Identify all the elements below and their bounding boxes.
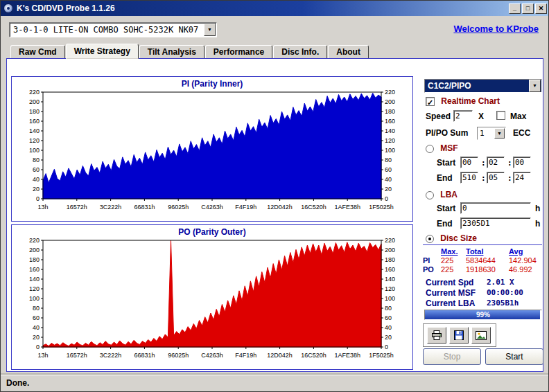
msf-end-sec[interactable]: [487, 172, 505, 184]
chevron-down-icon[interactable]: ▼: [494, 128, 505, 139]
svg-text:60: 60: [385, 314, 392, 321]
image-icon: [476, 331, 487, 340]
svg-text:F4F19h: F4F19h: [235, 204, 256, 211]
svg-text:200: 200: [29, 98, 40, 105]
msf-start-sec[interactable]: [487, 157, 505, 168]
svg-text:180: 180: [385, 256, 395, 263]
current-msf-label: Current MSF: [426, 288, 476, 298]
tab-write-strategy[interactable]: Write Strategy: [66, 44, 139, 59]
svg-text:F4F19h: F4F19h: [235, 352, 256, 359]
lba-start-unit: h: [535, 204, 540, 213]
svg-text:16C520h: 16C520h: [301, 352, 326, 359]
app-icon: [3, 3, 13, 13]
svg-text:100: 100: [29, 295, 40, 302]
svg-text:220: 220: [385, 89, 395, 96]
tab-tilt-analysis[interactable]: Tilt Analysis: [139, 45, 204, 59]
title-bar[interactable]: K's CD/DVD Probe 1.1.26 _ □ ✕: [1, 1, 549, 16]
msf-end-frame[interactable]: [513, 172, 531, 184]
svg-text:140: 140: [29, 127, 40, 134]
disc-size-radio[interactable]: [426, 235, 434, 243]
svg-text:0: 0: [385, 195, 388, 202]
status-text: Done.: [6, 378, 29, 388]
stats-pi-total: 5834644: [466, 256, 509, 265]
svg-text:40: 40: [385, 324, 392, 331]
msf-start-min[interactable]: [460, 157, 478, 168]
svg-text:0: 0: [385, 344, 388, 350]
chevron-down-icon[interactable]: ▼: [529, 80, 541, 92]
check-icon: ✓: [427, 98, 433, 107]
welcome-link[interactable]: Welcome to KProbe: [453, 24, 539, 34]
mode-select-value: C1C2/PIPO: [425, 81, 529, 91]
svg-text:120: 120: [385, 137, 395, 144]
svg-text:140: 140: [29, 276, 40, 283]
lba-start-label: Start: [437, 204, 455, 213]
colon-separator: :: [481, 159, 486, 168]
tab-disc-info[interactable]: Disc Info.: [273, 45, 327, 59]
tab-page: PI (Parity Inner) 0020204040606080801001…: [6, 58, 543, 372]
lba-start-input[interactable]: [460, 202, 531, 214]
stats-po-max: 225: [441, 265, 466, 274]
window-title: K's CD/DVD Probe 1.1.26: [17, 3, 115, 13]
chevron-down-icon[interactable]: ▼: [204, 24, 216, 36]
stats-po-avg: 46.992: [509, 265, 542, 274]
pipo-sum-value: 1: [478, 129, 494, 138]
colon-separator: :: [507, 174, 512, 183]
mode-select[interactable]: C1C2/PIPO ▼: [424, 79, 542, 93]
progress-bar: 99%: [424, 310, 542, 320]
tab-raw-cmd[interactable]: Raw Cmd: [10, 45, 65, 59]
status-bar: Done.: [1, 375, 549, 392]
svg-text:100: 100: [29, 147, 40, 154]
svg-text:12D042h: 12D042h: [267, 352, 293, 359]
tab-about[interactable]: About: [328, 45, 369, 59]
realtime-label: Realtime Chart: [441, 96, 500, 106]
svg-text:C4263h: C4263h: [201, 352, 223, 359]
realtime-checkbox[interactable]: ✓: [426, 97, 435, 106]
svg-text:100: 100: [385, 295, 395, 302]
pipo-sum-label: PI/PO Sum: [426, 128, 468, 138]
close-button[interactable]: ✕: [535, 3, 547, 14]
svg-text:180: 180: [29, 256, 40, 263]
stats-po-label: PO: [423, 265, 441, 274]
svg-text:140: 140: [385, 127, 395, 134]
svg-text:120: 120: [29, 137, 40, 144]
svg-text:180: 180: [385, 108, 395, 115]
svg-text:80: 80: [33, 305, 40, 312]
print-button[interactable]: [427, 327, 446, 344]
colon-separator: :: [507, 159, 512, 168]
export-image-button[interactable]: [471, 327, 491, 344]
save-button[interactable]: [449, 327, 469, 344]
msf-radio[interactable]: [426, 145, 434, 153]
svg-text:40: 40: [33, 176, 40, 183]
msf-start-frame[interactable]: [513, 157, 531, 168]
svg-text:200: 200: [385, 98, 395, 105]
svg-text:12D042h: 12D042h: [267, 204, 293, 211]
svg-text:200: 200: [29, 247, 40, 253]
tab-performance[interactable]: Performance: [205, 45, 272, 59]
svg-text:66831h: 66831h: [134, 204, 155, 211]
stats-pi-avg: 142.904: [509, 256, 542, 265]
svg-text:40: 40: [385, 176, 392, 183]
lba-radio[interactable]: [426, 191, 434, 199]
svg-text:1AFE38h: 1AFE38h: [334, 352, 360, 359]
current-lba-label: Current LBA: [426, 299, 475, 308]
stats-header-total: Total: [466, 247, 509, 256]
minimize-button[interactable]: _: [509, 3, 521, 14]
pipo-sum-unit: ECC: [513, 128, 530, 138]
maximize-button[interactable]: □: [522, 3, 534, 14]
max-label: Max: [510, 112, 526, 121]
svg-text:0: 0: [36, 344, 40, 350]
pipo-sum-select[interactable]: 1 ▼: [477, 127, 506, 140]
svg-text:20: 20: [385, 334, 392, 341]
msf-end-min[interactable]: [460, 172, 478, 184]
svg-text:80: 80: [385, 305, 392, 312]
lba-end-input[interactable]: [460, 217, 531, 229]
start-button[interactable]: Start: [485, 348, 543, 365]
stop-button[interactable]: Stop: [423, 348, 481, 365]
current-spd-value: 2.01 X: [487, 278, 514, 287]
pi-chart: PI (Parity Inner) 0020204040606080801001…: [11, 76, 413, 222]
device-select[interactable]: 3-0-1-0 LITE-ON COMBO SOHC-5232K NK07 ▼: [9, 22, 217, 37]
svg-text:180: 180: [29, 108, 40, 115]
speed-input[interactable]: [453, 110, 473, 122]
max-checkbox[interactable]: ✓: [496, 111, 505, 120]
svg-text:3C222h: 3C222h: [100, 352, 122, 359]
